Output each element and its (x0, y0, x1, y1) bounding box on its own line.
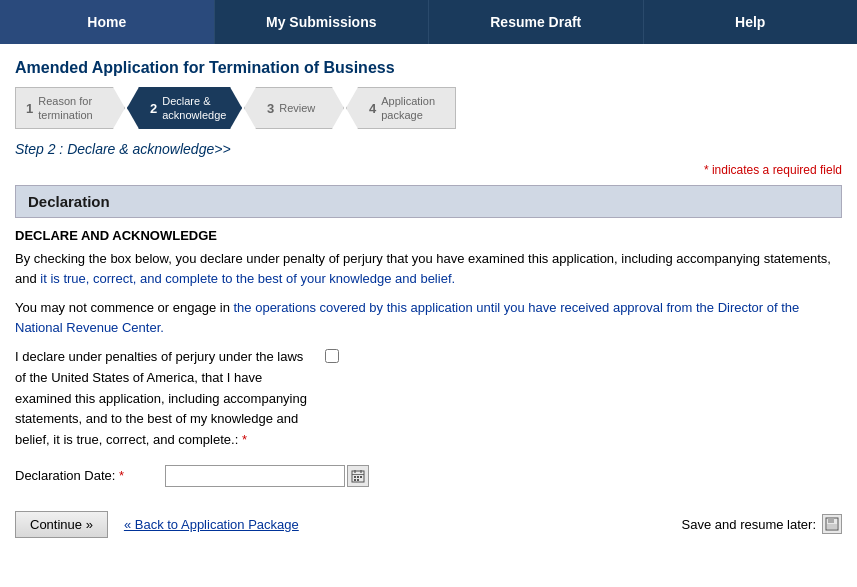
checkbox-wrap (325, 349, 339, 366)
date-input[interactable] (165, 465, 345, 487)
svg-rect-4 (354, 476, 356, 478)
declare-title: DECLARE AND ACKNOWLEDGE (15, 228, 842, 243)
nav-home[interactable]: Home (0, 0, 215, 44)
back-link[interactable]: « Back to Application Package (124, 517, 299, 532)
declare-paragraph1: By checking the box below, you declare u… (15, 249, 842, 288)
step2-number: 2 (150, 101, 157, 116)
nav-my-submissions[interactable]: My Submissions (215, 0, 430, 44)
wizard-step-4[interactable]: 4 Applicationpackage (346, 87, 456, 129)
step1-number: 1 (26, 101, 33, 116)
required-note: * indicates a required field (15, 163, 842, 177)
step4-number: 4 (369, 101, 376, 116)
step-wizard: 1 Reason fortermination 2 Declare &ackno… (15, 87, 842, 129)
date-row: Declaration Date: * (15, 465, 842, 487)
bottom-bar: Continue » « Back to Application Package… (15, 503, 842, 538)
step1-label: Reason fortermination (38, 94, 92, 123)
main-content: Amended Application for Termination of B… (0, 44, 857, 548)
wizard-step-2[interactable]: 2 Declare &acknowledge (127, 87, 242, 129)
declare-p1-highlight: it is true, correct, and complete to the… (40, 271, 455, 286)
bottom-left: Continue » « Back to Application Package (15, 511, 299, 538)
required-note-text: indicates a required field (712, 163, 842, 177)
calendar-button[interactable] (347, 465, 369, 487)
main-nav: Home My Submissions Resume Draft Help (0, 0, 857, 44)
svg-rect-6 (360, 476, 362, 478)
svg-rect-10 (828, 518, 834, 523)
checkbox-required-star: * (242, 432, 247, 447)
declare-form-row: I declare under penalties of perjury und… (15, 347, 842, 451)
svg-rect-8 (357, 479, 359, 481)
date-required-star: * (119, 468, 124, 483)
wizard-step-3[interactable]: 3 Review (244, 87, 344, 129)
step-subtitle: Step 2 : Declare & acknowledge>> (15, 141, 842, 157)
step2-label: Declare &acknowledge (162, 94, 226, 123)
step3-label: Review (279, 101, 315, 115)
declare-checkbox-label: I declare under penalties of perjury und… (15, 347, 315, 451)
svg-rect-11 (827, 524, 837, 529)
required-star: * (704, 163, 709, 177)
nav-resume-draft[interactable]: Resume Draft (429, 0, 644, 44)
save-resume-area: Save and resume later: (682, 514, 842, 534)
page-title: Amended Application for Termination of B… (15, 59, 842, 77)
svg-rect-5 (357, 476, 359, 478)
save-resume-label: Save and resume later: (682, 517, 816, 532)
save-resume-button[interactable] (822, 514, 842, 534)
step4-label: Applicationpackage (381, 94, 435, 123)
calendar-icon (351, 469, 365, 483)
declaration-header: Declaration (15, 185, 842, 218)
continue-button[interactable]: Continue » (15, 511, 108, 538)
step3-number: 3 (267, 101, 274, 116)
nav-help[interactable]: Help (644, 0, 858, 44)
save-icon (825, 517, 839, 531)
wizard-step-1[interactable]: 1 Reason fortermination (15, 87, 125, 129)
date-label-text: Declaration Date: (15, 468, 115, 483)
date-label: Declaration Date: * (15, 468, 155, 483)
declare-p2-text: You may not commence or engage in (15, 300, 234, 315)
declare-checkbox[interactable] (325, 349, 339, 363)
svg-rect-7 (354, 479, 356, 481)
declare-paragraph2: You may not commence or engage in the op… (15, 298, 842, 337)
